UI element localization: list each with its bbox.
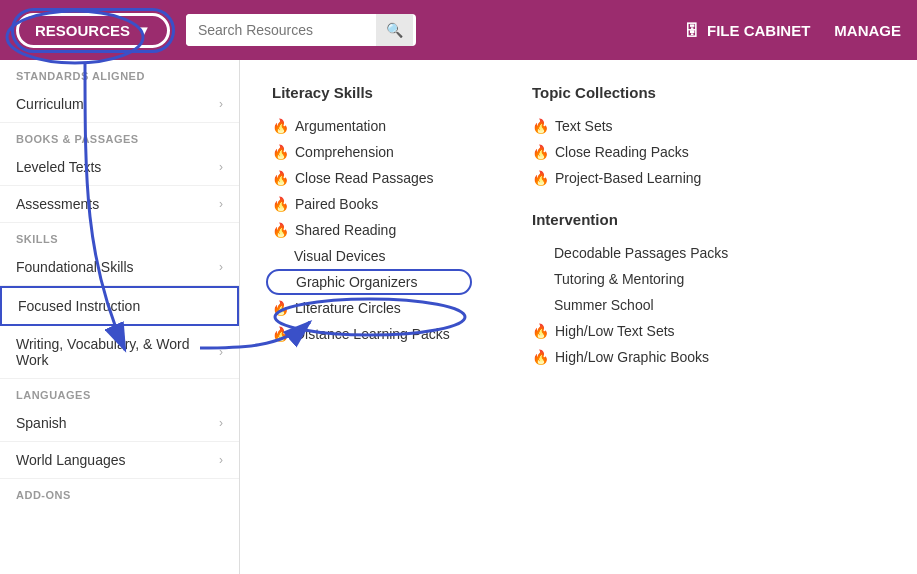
literacy-skills-column: Literacy Skills 🔥 Argumentation 🔥 Compre… — [272, 84, 472, 370]
content-item-tutoring-mentoring[interactable]: Tutoring & Mentoring — [532, 266, 732, 292]
content-item-highlow-graphic-books[interactable]: 🔥 High/Low Graphic Books — [532, 344, 732, 370]
file-cabinet-label: FILE CABINET — [707, 22, 810, 39]
content-item-text-sets[interactable]: 🔥 Text Sets — [532, 113, 732, 139]
dropdown-arrow-icon: ▼ — [136, 22, 151, 39]
close-read-passages-label: Close Read Passages — [295, 170, 434, 186]
resources-button[interactable]: RESOURCES ▼ — [16, 13, 170, 48]
assessments-label: Assessments — [16, 196, 99, 212]
content-item-distance-learning[interactable]: 🔥 Distance Learning Packs — [272, 321, 472, 347]
header: RESOURCES ▼ 🔍 🗄 FILE CABINET MANAGE — [0, 0, 917, 60]
flame-icon: 🔥 — [272, 144, 289, 160]
sidebar-item-writing-vocab[interactable]: Writing, Vocabulary, & Word Work › — [0, 326, 239, 379]
flame-icon: 🔥 — [532, 323, 549, 339]
content-item-argumentation[interactable]: 🔥 Argumentation — [272, 113, 472, 139]
chevron-right-icon: › — [219, 160, 223, 174]
cabinet-icon: 🗄 — [684, 22, 699, 39]
flame-icon: 🔥 — [532, 118, 549, 134]
manage-button[interactable]: MANAGE — [834, 22, 901, 39]
header-right: 🗄 FILE CABINET MANAGE — [684, 22, 901, 39]
comprehension-label: Comprehension — [295, 144, 394, 160]
visual-devices-label: Visual Devices — [294, 248, 386, 264]
main-container: STANDARDS ALIGNED Curriculum › BOOKS & P… — [0, 60, 917, 574]
flame-icon: 🔥 — [272, 170, 289, 186]
flame-icon: 🔥 — [272, 326, 289, 342]
chevron-right-icon: › — [219, 197, 223, 211]
content-item-project-based[interactable]: 🔥 Project-Based Learning — [532, 165, 732, 191]
project-based-label: Project-Based Learning — [555, 170, 701, 186]
highlow-text-sets-label: High/Low Text Sets — [555, 323, 675, 339]
spanish-label: Spanish — [16, 415, 67, 431]
flame-icon: 🔥 — [532, 349, 549, 365]
tutoring-mentoring-label: Tutoring & Mentoring — [554, 271, 684, 287]
search-icon: 🔍 — [386, 22, 403, 38]
flame-icon: 🔥 — [272, 196, 289, 212]
chevron-right-icon: › — [219, 97, 223, 111]
manage-label: MANAGE — [834, 22, 901, 39]
close-reading-packs-label: Close Reading Packs — [555, 144, 689, 160]
chevron-right-icon: › — [219, 416, 223, 430]
books-passages-label: BOOKS & PASSAGES — [0, 123, 239, 149]
focused-instruction-label: Focused Instruction — [18, 298, 140, 314]
graphic-organizers-label: Graphic Organizers — [296, 274, 417, 290]
standards-aligned-label: STANDARDS ALIGNED — [0, 60, 239, 86]
flame-icon: 🔥 — [532, 144, 549, 160]
shared-reading-label: Shared Reading — [295, 222, 396, 238]
file-cabinet-button[interactable]: 🗄 FILE CABINET — [684, 22, 810, 39]
intervention-heading: Intervention — [532, 211, 732, 228]
sidebar-item-assessments[interactable]: Assessments › — [0, 186, 239, 223]
content-item-visual-devices[interactable]: Visual Devices — [272, 243, 472, 269]
sidebar-item-curriculum[interactable]: Curriculum › — [0, 86, 239, 123]
decodable-passages-label: Decodable Passages Packs — [554, 245, 728, 261]
content-item-close-read-passages[interactable]: 🔥 Close Read Passages — [272, 165, 472, 191]
languages-label: LANGUAGES — [0, 379, 239, 405]
content-item-shared-reading[interactable]: 🔥 Shared Reading — [272, 217, 472, 243]
flame-icon: 🔥 — [272, 118, 289, 134]
writing-vocab-label: Writing, Vocabulary, & Word Work — [16, 336, 219, 368]
flame-icon: 🔥 — [272, 300, 289, 316]
content-item-decodable-passages[interactable]: Decodable Passages Packs — [532, 240, 732, 266]
search-button[interactable]: 🔍 — [376, 14, 413, 46]
content-item-literature-circles[interactable]: 🔥 Literature Circles — [272, 295, 472, 321]
world-languages-label: World Languages — [16, 452, 125, 468]
chevron-right-icon: › — [219, 345, 223, 359]
flame-icon: 🔥 — [532, 170, 549, 186]
sidebar-item-foundational-skills[interactable]: Foundational Skills › — [0, 249, 239, 286]
sidebar-item-spanish[interactable]: Spanish › — [0, 405, 239, 442]
foundational-skills-label: Foundational Skills — [16, 259, 134, 275]
content-item-graphic-organizers[interactable]: Graphic Organizers — [266, 269, 472, 295]
curriculum-label: Curriculum — [16, 96, 84, 112]
sidebar-item-world-languages[interactable]: World Languages › — [0, 442, 239, 479]
literature-circles-label: Literature Circles — [295, 300, 401, 316]
flame-icon: 🔥 — [272, 222, 289, 238]
content-item-close-reading-packs[interactable]: 🔥 Close Reading Packs — [532, 139, 732, 165]
search-input[interactable] — [186, 14, 376, 46]
content-columns: Literacy Skills 🔥 Argumentation 🔥 Compre… — [272, 84, 885, 370]
paired-books-label: Paired Books — [295, 196, 378, 212]
content-item-paired-books[interactable]: 🔥 Paired Books — [272, 191, 472, 217]
highlow-graphic-books-label: High/Low Graphic Books — [555, 349, 709, 365]
sidebar: STANDARDS ALIGNED Curriculum › BOOKS & P… — [0, 60, 240, 574]
content-item-highlow-text-sets[interactable]: 🔥 High/Low Text Sets — [532, 318, 732, 344]
search-area: 🔍 — [186, 14, 416, 46]
content-item-summer-school[interactable]: Summer School — [532, 292, 732, 318]
intervention-section: Intervention Decodable Passages Packs Tu… — [532, 211, 732, 370]
sidebar-item-focused-instruction[interactable]: Focused Instruction — [0, 286, 239, 326]
topic-collections-heading: Topic Collections — [532, 84, 732, 101]
content-panel: Literacy Skills 🔥 Argumentation 🔥 Compre… — [240, 60, 917, 574]
chevron-right-icon: › — [219, 453, 223, 467]
text-sets-label: Text Sets — [555, 118, 613, 134]
literacy-skills-heading: Literacy Skills — [272, 84, 472, 101]
argumentation-label: Argumentation — [295, 118, 386, 134]
distance-learning-label: Distance Learning Packs — [295, 326, 450, 342]
addons-label: ADD-ONS — [0, 479, 239, 505]
resources-label: RESOURCES — [35, 22, 130, 39]
sidebar-item-leveled-texts[interactable]: Leveled Texts › — [0, 149, 239, 186]
topic-intervention-column: Topic Collections 🔥 Text Sets 🔥 Close Re… — [532, 84, 732, 370]
leveled-texts-label: Leveled Texts — [16, 159, 101, 175]
skills-label: SKILLS — [0, 223, 239, 249]
chevron-right-icon: › — [219, 260, 223, 274]
summer-school-label: Summer School — [554, 297, 654, 313]
content-item-comprehension[interactable]: 🔥 Comprehension — [272, 139, 472, 165]
